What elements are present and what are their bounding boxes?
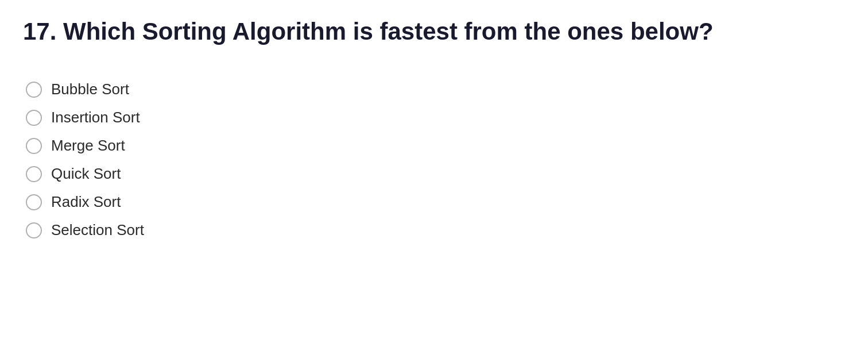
options-list: Bubble SortInsertion SortMerge SortQuick…	[23, 80, 845, 239]
radio-merge-sort[interactable]	[26, 138, 42, 154]
option-item-selection-sort[interactable]: Selection Sort	[26, 221, 845, 239]
option-label-bubble-sort: Bubble Sort	[51, 80, 129, 98]
option-item-radix-sort[interactable]: Radix Sort	[26, 193, 845, 211]
radio-selection-sort[interactable]	[26, 222, 42, 238]
radio-radix-sort[interactable]	[26, 194, 42, 210]
option-label-selection-sort: Selection Sort	[51, 221, 144, 239]
option-item-quick-sort[interactable]: Quick Sort	[26, 165, 845, 183]
option-label-quick-sort: Quick Sort	[51, 165, 121, 183]
option-item-bubble-sort[interactable]: Bubble Sort	[26, 80, 845, 98]
radio-bubble-sort[interactable]	[26, 82, 42, 98]
question-title: 17. Which Sorting Algorithm is fastest f…	[23, 17, 845, 46]
option-item-merge-sort[interactable]: Merge Sort	[26, 137, 845, 155]
option-label-insertion-sort: Insertion Sort	[51, 109, 140, 126]
radio-insertion-sort[interactable]	[26, 110, 42, 126]
option-label-radix-sort: Radix Sort	[51, 193, 121, 211]
option-item-insertion-sort[interactable]: Insertion Sort	[26, 109, 845, 126]
option-label-merge-sort: Merge Sort	[51, 137, 125, 155]
radio-quick-sort[interactable]	[26, 166, 42, 182]
